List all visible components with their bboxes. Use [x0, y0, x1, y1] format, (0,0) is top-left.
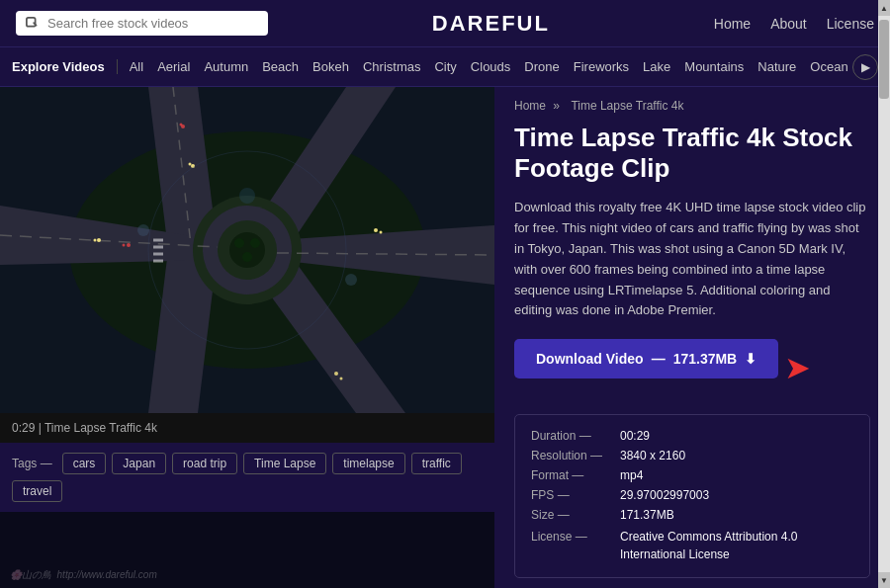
info-format: Format — mp4 — [531, 468, 853, 482]
explore-label: Explore Videos — [12, 59, 118, 74]
size-value: 171.37MB — [620, 508, 674, 522]
category-next-button[interactable]: ▶ — [852, 54, 878, 80]
category-items: All Aerial Autumn Beach Bokeh Christmas … — [130, 59, 852, 74]
info-fps: FPS — 29.97002997003 — [531, 488, 853, 502]
svg-point-37 — [250, 238, 260, 248]
nav-home[interactable]: Home — [714, 16, 751, 32]
cat-aerial[interactable]: Aerial — [157, 59, 190, 74]
breadcrumb: Home » Time Lapse Traffic 4k — [514, 99, 870, 113]
video-time-title: 0:29 | Time Lapse Traffic 4k — [12, 421, 157, 435]
video-title: Time Lapse Traffic 4k Stock Footage Clip — [514, 123, 870, 184]
svg-point-30 — [334, 372, 338, 376]
info-resolution: Resolution — 3840 x 2160 — [531, 449, 853, 462]
svg-point-31 — [340, 378, 343, 380]
svg-point-22 — [127, 243, 131, 247]
cat-beach[interactable]: Beach — [262, 59, 299, 74]
download-label: Download Video — [536, 351, 644, 367]
cat-clouds[interactable]: Clouds — [471, 59, 510, 74]
video-placeholder — [0, 87, 494, 413]
info-duration: Duration — 00:29 — [531, 429, 853, 443]
svg-point-20 — [97, 238, 101, 242]
download-arrow: ➤ — [784, 352, 811, 383]
cat-christmas[interactable]: Christmas — [363, 59, 421, 74]
tag-travel[interactable]: travel — [12, 480, 62, 502]
svg-point-36 — [234, 238, 244, 248]
tag-time-lapse[interactable]: Time Lapse — [243, 453, 326, 474]
svg-point-34 — [239, 188, 255, 204]
nav-license[interactable]: License — [827, 16, 874, 32]
tag-road-trip[interactable]: road trip — [172, 453, 237, 474]
search-box[interactable] — [16, 11, 268, 36]
duration-key: Duration — — [531, 429, 620, 443]
resolution-value: 3840 x 2160 — [620, 449, 685, 462]
cat-fireworks[interactable]: Fireworks — [574, 59, 629, 74]
svg-point-27 — [180, 124, 183, 126]
cat-bokeh[interactable]: Bokeh — [312, 59, 349, 74]
breadcrumb-current: Time Lapse Traffic 4k — [571, 99, 683, 113]
download-size: 171.37MB — [673, 351, 738, 367]
resolution-key: Resolution — — [531, 449, 620, 462]
info-size: Size — 171.37MB — [531, 508, 853, 522]
tags-area: Tags — cars Japan road trip Time Lapse t… — [0, 443, 494, 512]
svg-point-35 — [229, 232, 265, 268]
cat-ocean[interactable]: Ocean — [810, 59, 847, 74]
svg-point-29 — [380, 231, 383, 234]
license-value: Creative Commons Attribution 4.0 Interna… — [620, 528, 853, 563]
svg-point-25 — [189, 163, 192, 166]
format-value: mp4 — [620, 468, 643, 482]
svg-rect-0 — [27, 17, 36, 26]
site-logo: DAREFUL — [432, 11, 550, 37]
nav-about[interactable]: About — [770, 16, 807, 32]
cat-mountains[interactable]: Mountains — [684, 59, 744, 74]
breadcrumb-home[interactable]: Home — [514, 99, 546, 113]
svg-point-28 — [374, 228, 378, 232]
cat-nature[interactable]: Nature — [757, 59, 796, 74]
fps-value: 29.97002997003 — [620, 488, 709, 502]
cat-all[interactable]: All — [130, 59, 143, 74]
video-caption: 0:29 | Time Lapse Traffic 4k — [0, 413, 494, 443]
tags-label: Tags — — [12, 457, 52, 470]
video-container[interactable] — [0, 87, 494, 413]
download-separator: — — [652, 351, 666, 367]
tag-timelapse[interactable]: timelapse — [332, 453, 404, 474]
breadcrumb-separator: » — [553, 99, 560, 113]
download-button[interactable]: Download Video — 171.37MB ⬇ — [514, 339, 778, 378]
download-icon: ⬇ — [745, 351, 756, 367]
info-license: License — Creative Commons Attribution 4… — [531, 528, 853, 563]
main-nav: Home About License — [714, 16, 874, 32]
search-icon — [26, 17, 40, 31]
header: DAREFUL Home About License — [0, 0, 890, 47]
svg-point-23 — [123, 244, 126, 247]
fps-key: FPS — — [531, 488, 620, 502]
svg-point-21 — [94, 239, 97, 242]
duration-value: 00:29 — [620, 429, 650, 443]
cat-autumn[interactable]: Autumn — [204, 59, 248, 74]
search-input[interactable] — [47, 16, 258, 31]
cat-drone[interactable]: Drone — [524, 59, 559, 74]
svg-point-33 — [345, 274, 357, 286]
size-key: Size — — [531, 508, 620, 522]
tag-cars[interactable]: cars — [62, 453, 107, 474]
cat-lake[interactable]: Lake — [643, 59, 670, 74]
license-key: License — — [531, 530, 620, 544]
scrollbar-thumb[interactable] — [879, 87, 889, 99]
category-bar: Explore Videos All Aerial Autumn Beach B… — [0, 47, 890, 87]
left-panel: 0:29 | Time Lapse Traffic 4k Tags — cars… — [0, 87, 494, 588]
tag-traffic[interactable]: traffic — [411, 453, 462, 474]
tag-japan[interactable]: Japan — [112, 453, 166, 474]
browser-scrollbar[interactable]: ▲ ▼ — [878, 87, 890, 588]
right-panel: Home » Time Lapse Traffic 4k Time Lapse … — [494, 87, 890, 588]
cat-city[interactable]: City — [434, 59, 456, 74]
info-box: Duration — 00:29 Resolution — 3840 x 216… — [514, 414, 870, 578]
svg-point-32 — [137, 224, 149, 236]
svg-point-38 — [242, 252, 252, 262]
format-key: Format — — [531, 468, 620, 482]
video-description: Download this royalty free 4K UHD time l… — [514, 198, 870, 321]
scrollbar-down[interactable]: ▼ — [878, 572, 890, 588]
main-content: 0:29 | Time Lapse Traffic 4k Tags — cars… — [0, 87, 890, 588]
watermark: 🌸山の鳥 http://www.dareful.com — [10, 568, 157, 582]
